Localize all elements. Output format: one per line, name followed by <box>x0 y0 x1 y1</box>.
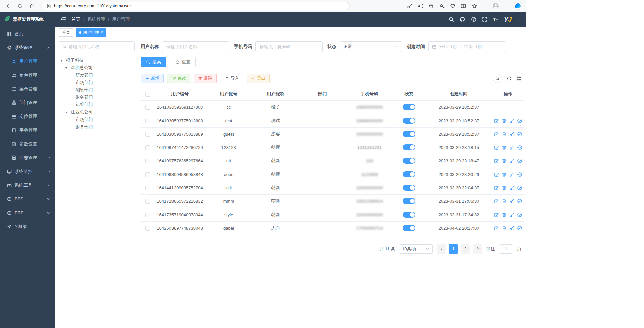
status-select[interactable]: 正常 <box>340 41 402 52</box>
sidebar-item-0[interactable]: 首页 <box>0 27 55 41</box>
row-reset-password-icon[interactable] <box>509 226 514 231</box>
tree-node-3[interactable]: 市场部门 <box>59 79 135 86</box>
row-reset-password-icon[interactable] <box>509 199 514 204</box>
sidebar-item-6[interactable]: 岗位管理 <box>0 109 55 123</box>
next-page-button[interactable] <box>473 244 482 254</box>
favorites-icon[interactable] <box>469 2 479 10</box>
sidebar-item-1[interactable]: 系统管理 <box>0 41 55 54</box>
row-edit-icon[interactable] <box>494 185 499 190</box>
tree-node-1[interactable]: ▾深圳总公司 <box>59 64 135 72</box>
github-icon[interactable] <box>460 17 465 22</box>
tree-node-2[interactable]: 研发部门 <box>59 72 135 79</box>
page-size-select[interactable]: 10条/页 <box>399 244 433 254</box>
goto-page-input[interactable] <box>499 244 513 254</box>
row-reset-password-icon[interactable] <box>509 145 514 150</box>
reset-button[interactable]: 重置 <box>170 57 196 67</box>
caret-expand-icon[interactable]: ▾ <box>65 66 71 70</box>
row-checkbox[interactable] <box>145 119 150 123</box>
help-icon[interactable] <box>471 17 476 22</box>
sidebar-item-14[interactable]: Yi框架 <box>0 220 55 233</box>
sidebar-item-4[interactable]: 菜单管理 <box>0 82 55 96</box>
avatar-caret-icon[interactable] <box>517 18 521 22</box>
collections-icon[interactable] <box>480 2 490 10</box>
row-assign-role-icon[interactable] <box>517 172 522 177</box>
row-reset-password-icon[interactable] <box>509 185 514 190</box>
row-delete-icon[interactable] <box>502 145 507 150</box>
sidebar-item-3[interactable]: 角色管理 <box>0 68 55 82</box>
row-edit-icon[interactable] <box>494 172 499 177</box>
sidebar-item-5[interactable]: 部门管理 <box>0 96 55 109</box>
row-reset-password-icon[interactable] <box>509 132 514 137</box>
add-favorite-icon[interactable] <box>437 2 447 10</box>
row-edit-icon[interactable] <box>494 158 499 163</box>
row-delete-icon[interactable] <box>502 212 507 217</box>
row-checkbox[interactable] <box>145 226 150 231</box>
row-delete-icon[interactable] <box>502 185 507 190</box>
tree-node-9[interactable]: 财务部门 <box>59 123 135 131</box>
status-toggle[interactable] <box>403 144 415 150</box>
password-key-icon[interactable] <box>405 2 414 10</box>
breadcrumb-item-0[interactable]: 首页 <box>71 16 80 22</box>
sidebar-item-8[interactable]: 参数设置 <box>0 137 55 151</box>
close-tab-icon[interactable]: × <box>101 30 103 34</box>
user-avatar-logo[interactable]: YJ <box>504 16 511 24</box>
app-logo[interactable]: 意框架管理系统 <box>0 12 55 27</box>
status-toggle[interactable] <box>403 131 415 137</box>
row-checkbox[interactable] <box>145 159 150 163</box>
row-checkbox[interactable] <box>145 132 150 137</box>
sidebar-item-10[interactable]: 系统监控 <box>0 165 55 178</box>
row-edit-icon[interactable] <box>494 118 499 123</box>
sidebar-item-7[interactable]: 字典管理 <box>0 123 55 137</box>
breadcrumb-item-1[interactable]: 系统管理 <box>88 16 105 22</box>
profile-avatar[interactable] <box>491 2 500 10</box>
row-assign-role-icon[interactable] <box>517 185 522 190</box>
search-button[interactable]: 搜索 <box>141 57 166 67</box>
zoom-out-icon[interactable] <box>427 2 436 10</box>
department-search-input[interactable] <box>69 44 131 49</box>
row-reset-password-icon[interactable] <box>509 158 514 163</box>
row-checkbox[interactable] <box>145 172 150 177</box>
row-delete-icon[interactable] <box>502 172 507 177</box>
row-checkbox[interactable] <box>145 199 150 204</box>
row-edit-icon[interactable] <box>494 226 499 231</box>
browser-essentials-icon[interactable] <box>448 2 457 10</box>
row-checkbox[interactable] <box>145 186 150 190</box>
row-assign-role-icon[interactable] <box>517 132 522 137</box>
font-size-icon[interactable]: TT <box>493 17 498 22</box>
phone-input[interactable] <box>255 41 323 52</box>
caret-expand-icon[interactable]: ▾ <box>65 110 71 114</box>
row-assign-role-icon[interactable] <box>517 199 522 204</box>
copilot-icon[interactable] <box>514 2 522 10</box>
date-range-picker[interactable]: 开始日期 - 结束日期 <box>428 41 506 52</box>
status-toggle[interactable] <box>403 212 415 218</box>
page-button-2[interactable]: 2 <box>461 244 470 254</box>
row-edit-icon[interactable] <box>494 199 499 204</box>
home-icon[interactable] <box>27 2 36 10</box>
back-icon[interactable] <box>4 2 13 10</box>
row-assign-role-icon[interactable] <box>517 145 522 150</box>
refresh-icon[interactable] <box>15 2 25 10</box>
more-menu-icon[interactable] <box>502 2 511 10</box>
tree-node-5[interactable]: 财务部门 <box>59 94 135 101</box>
tree-node-6[interactable]: 运维部门 <box>59 101 135 108</box>
collapse-sidebar-icon[interactable] <box>60 16 66 22</box>
column-settings-icon[interactable] <box>516 76 522 81</box>
sidebar-item-12[interactable]: BBS <box>0 192 55 206</box>
breadcrumb-item-2[interactable]: 用户管理 <box>112 16 130 22</box>
select-all-checkbox[interactable] <box>145 92 150 97</box>
edit-button[interactable]: 修改 <box>167 74 190 83</box>
read-aloud-icon[interactable]: A <box>416 2 425 10</box>
row-assign-role-icon[interactable] <box>517 158 522 163</box>
row-delete-icon[interactable] <box>502 226 507 231</box>
row-edit-icon[interactable] <box>494 145 499 150</box>
status-toggle[interactable] <box>403 104 415 110</box>
fullscreen-icon[interactable] <box>482 17 487 22</box>
sidebar-item-9[interactable]: 日志管理 <box>0 151 55 165</box>
row-reset-password-icon[interactable] <box>509 118 514 123</box>
prev-page-button[interactable] <box>437 244 446 254</box>
tab-0[interactable]: 首页 <box>59 28 73 37</box>
sidebar-item-11[interactable]: 系统工具 <box>0 178 55 192</box>
export-button[interactable]: 导出 <box>247 74 270 83</box>
row-delete-icon[interactable] <box>502 132 507 137</box>
status-toggle[interactable] <box>403 198 415 204</box>
